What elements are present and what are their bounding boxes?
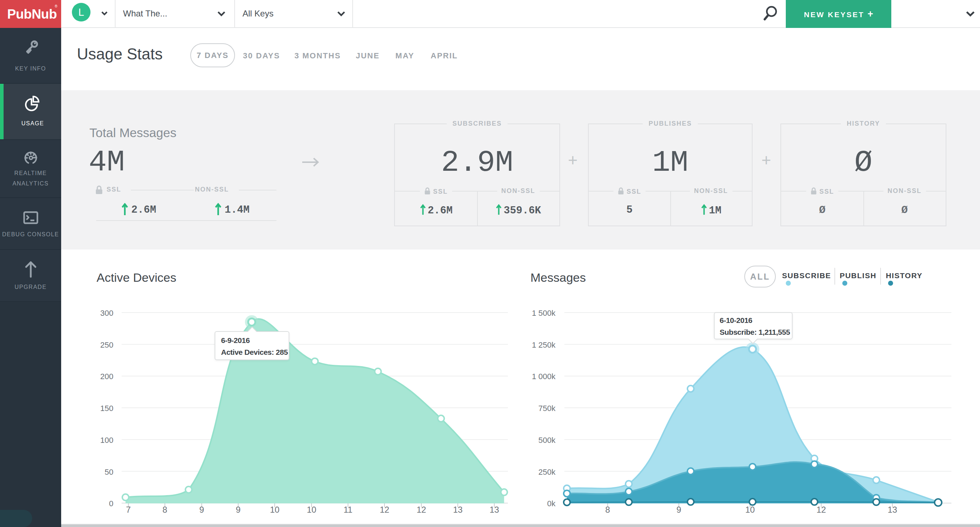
svg-text:8: 8 [162,505,167,514]
svg-text:200: 200 [100,372,113,381]
svg-text:250k: 250k [538,468,556,476]
svg-text:13: 13 [453,505,463,514]
svg-text:7: 7 [126,505,130,514]
svg-text:0: 0 [109,499,113,508]
svg-text:9: 9 [199,505,204,514]
svg-text:0k: 0k [547,499,556,508]
svg-text:750k: 750k [538,404,556,413]
svg-text:250: 250 [100,340,113,350]
svg-text:100: 100 [100,436,113,445]
svg-text:12: 12 [380,505,390,514]
svg-text:11: 11 [344,505,353,514]
svg-text:13: 13 [490,505,499,514]
svg-text:500k: 500k [538,436,556,445]
svg-text:9: 9 [676,505,681,514]
svg-text:12: 12 [816,505,826,514]
svg-text:9: 9 [236,505,240,514]
svg-text:150: 150 [100,404,113,413]
svg-text:12: 12 [417,505,426,514]
svg-text:50: 50 [105,468,113,476]
svg-text:8: 8 [605,505,610,514]
svg-text:13: 13 [888,505,897,514]
svg-text:1 500k: 1 500k [532,308,556,318]
svg-text:300: 300 [100,308,113,318]
svg-text:1 250k: 1 250k [532,340,556,350]
svg-text:1 000k: 1 000k [532,372,556,381]
svg-text:10: 10 [270,505,280,514]
svg-text:10: 10 [307,505,317,514]
svg-text:10: 10 [745,505,755,514]
